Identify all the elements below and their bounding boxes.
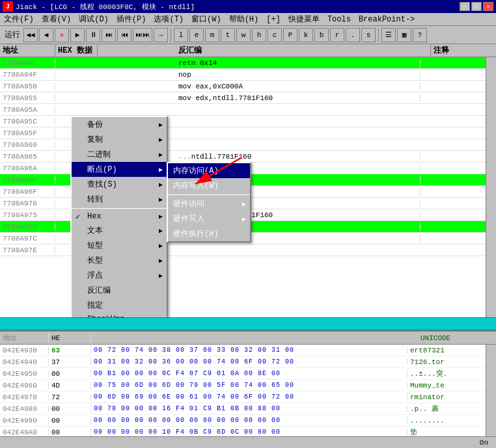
cell-disasm: mov eax,0xC000A bbox=[176, 83, 420, 90]
btn-step-out[interactable]: ⏭⏭ bbox=[133, 28, 152, 42]
cell-disasm: mov edx,ntdll.7781F160 bbox=[176, 94, 420, 102]
context-menu: 备份 复制 二进制 断点(P) 内存访问(A) 内存写入(W) 硬件访问 硬件写… bbox=[70, 116, 168, 317]
cell-address: 7780A975 bbox=[0, 211, 55, 219]
cell-address: 7780A96A bbox=[0, 165, 55, 172]
btn-grid[interactable]: ▦ bbox=[397, 28, 411, 42]
ctx-goto[interactable]: 转到 bbox=[72, 192, 167, 207]
btn-dot[interactable]: . bbox=[346, 28, 360, 42]
table-row[interactable]: 042E4940 37 00 31 00 32 00 36 00 00 00 7… bbox=[0, 356, 486, 368]
menu-debug[interactable]: 调试(D) bbox=[75, 12, 113, 26]
btn-e[interactable]: e bbox=[189, 28, 204, 42]
btn-help[interactable]: ? bbox=[413, 28, 427, 42]
menu-view[interactable]: 查看(V) bbox=[38, 12, 76, 26]
hex-cell-data: 00 72 00 74 00 38 00 37 00 33 00 32 00 3… bbox=[91, 347, 407, 354]
menu-help[interactable]: 帮助(H) bbox=[225, 12, 263, 26]
disasm-scrollbar[interactable] bbox=[486, 57, 496, 317]
btn-p[interactable]: P bbox=[283, 28, 297, 42]
cell-address: 7780A955 bbox=[0, 94, 55, 102]
ctx-breakpoint[interactable]: 断点(P) 内存访问(A) 内存写入(W) 硬件访问 硬件写入 硬件执行(H) bbox=[72, 162, 167, 177]
hex-cell-addr: 042E4940 bbox=[0, 358, 49, 366]
close-button[interactable]: ✕ bbox=[483, 2, 493, 11]
cell-disasm: ...ntdll.7781F160 bbox=[176, 153, 420, 161]
cell-address: 7780A95C bbox=[0, 118, 55, 125]
menu-options[interactable]: 选项(T) bbox=[150, 12, 187, 26]
btn-step-over[interactable]: ⏮ bbox=[117, 28, 131, 42]
btn-pause[interactable]: ⏸ bbox=[86, 28, 100, 42]
hex-cell-unicode: ..±...突. bbox=[407, 369, 486, 378]
ctx-float[interactable]: 浮点 bbox=[72, 268, 167, 283]
btn-r[interactable]: r bbox=[330, 28, 344, 42]
btn-arrow[interactable]: → bbox=[154, 28, 168, 42]
ctx-binary[interactable]: 二进制 bbox=[72, 147, 167, 162]
hex-cell-addr: 042E4930 bbox=[0, 347, 49, 354]
btn-k[interactable]: k bbox=[299, 28, 313, 42]
hex-cell-unicode: Mummy_te bbox=[407, 382, 486, 389]
status-on: On bbox=[480, 439, 488, 447]
hex-cell-hex: 00 bbox=[49, 428, 91, 436]
table-row[interactable]: 7780A955 mov edx,ntdll.7781F160 bbox=[0, 92, 486, 104]
btn-h[interactable]: h bbox=[252, 28, 266, 42]
cell-address: 7780A94C bbox=[0, 59, 55, 67]
ctx-backup[interactable]: 备份 bbox=[72, 117, 167, 132]
ctx-text[interactable]: 文本 bbox=[72, 223, 167, 238]
btn-list[interactable]: ☰ bbox=[381, 28, 396, 42]
cell-address: 7780A970 bbox=[0, 200, 55, 207]
ctx-find[interactable]: 查找(S) bbox=[72, 177, 167, 192]
sub-hw-exec[interactable]: 硬件执行(H) bbox=[168, 226, 250, 241]
minimize-button[interactable]: ─ bbox=[460, 2, 470, 11]
table-row[interactable]: 042E4950 00 00 B1 00 00 00 0C F4 07 C9 0… bbox=[0, 368, 486, 380]
menu-window[interactable]: 窗口(W) bbox=[187, 12, 225, 26]
menu-file[interactable]: 文件(F) bbox=[0, 12, 38, 26]
btn-play[interactable]: ▶ bbox=[70, 28, 85, 42]
hex-cell-data: 00 00 00 00 00 00 00 00 00 00 00 00 00 0… bbox=[91, 417, 407, 424]
table-row[interactable]: 042E4960 4D 00 75 00 6D 00 6D 00 79 00 5… bbox=[0, 380, 486, 391]
hex-rows: 042E4930 63 00 72 00 74 00 38 00 37 00 3… bbox=[0, 345, 486, 447]
maximize-button[interactable]: □ bbox=[471, 2, 482, 11]
sub-memory-write[interactable]: 内存写入(W) bbox=[168, 178, 250, 193]
hex-scrollbar[interactable] bbox=[486, 345, 496, 447]
btn-c[interactable]: c bbox=[268, 28, 282, 42]
ctx-disasm[interactable]: 反汇编 bbox=[72, 283, 167, 298]
btn-m[interactable]: m bbox=[205, 28, 219, 42]
btn-l[interactable]: l bbox=[174, 28, 188, 42]
menu-shortcuts[interactable]: 快捷菜单 bbox=[284, 12, 324, 26]
btn-w[interactable]: w bbox=[236, 28, 251, 42]
table-row[interactable]: 7780A94F nop bbox=[0, 69, 486, 81]
header-addr: 地址 bbox=[0, 45, 55, 56]
ctx-short[interactable]: 短型 bbox=[72, 238, 167, 253]
sub-memory-access[interactable]: 内存访问(A) bbox=[168, 163, 250, 178]
menu-tools[interactable]: Tools bbox=[324, 14, 355, 25]
menu-plugin[interactable]: 插件(P) bbox=[113, 12, 150, 26]
btn-back[interactable]: ◀ bbox=[39, 28, 53, 42]
hex-cell-unicode: 7126.tor bbox=[407, 358, 486, 366]
toolbar: 运行 ◀◀ ◀ ✕ ▶ ⏸ ⏭ ⏮ ⏭⏭ → l e m t w h c P k… bbox=[0, 26, 496, 44]
hex-cell-unicode: .p.. 裹 bbox=[407, 404, 486, 414]
table-row[interactable]: 7780A950 mov eax,0xC000A bbox=[0, 81, 486, 92]
ctx-copy[interactable]: 复制 bbox=[72, 132, 167, 147]
table-row[interactable]: 042E4930 63 00 72 00 74 00 38 00 37 00 3… bbox=[0, 345, 486, 356]
ctx-checkvmp[interactable]: CheckVmp bbox=[72, 313, 167, 317]
btn-s[interactable]: s bbox=[361, 28, 376, 42]
hex-cell-data: 00 6D 00 69 00 6E 00 61 00 74 00 6F 00 7… bbox=[91, 393, 407, 401]
menu-breakpoint[interactable]: BreakPoint-> bbox=[355, 14, 419, 25]
hex-cell-addr: 042E4950 bbox=[0, 370, 49, 378]
hex-cell-hex: 4D bbox=[49, 382, 91, 389]
sub-hw-write[interactable]: 硬件写入 bbox=[168, 211, 250, 226]
btn-rewind[interactable]: ◀◀ bbox=[23, 28, 38, 42]
menu-plus[interactable]: [+] bbox=[262, 14, 284, 25]
table-row[interactable]: 042E4980 00 00 70 00 00 00 16 F4 01 C9 B… bbox=[0, 403, 486, 415]
hex-panel: 地址 HE UNICODE 042E4930 63 00 72 00 74 00… bbox=[0, 330, 496, 447]
ctx-specify[interactable]: 指定 bbox=[72, 298, 167, 313]
ctx-hex[interactable]: Hex bbox=[72, 210, 167, 223]
table-row[interactable]: 042E4990 00 00 00 00 00 00 00 00 00 00 0… bbox=[0, 415, 486, 427]
btn-step-into[interactable]: ⏭ bbox=[102, 28, 116, 42]
table-row[interactable]: 042E4970 72 00 6D 00 69 00 6E 00 61 00 7… bbox=[0, 391, 486, 403]
btn-stop[interactable]: ✕ bbox=[55, 28, 69, 42]
btn-b[interactable]: b bbox=[314, 28, 329, 42]
table-row[interactable]: 7780A94C retn 0x14 bbox=[0, 57, 486, 69]
sub-hw-access[interactable]: 硬件访问 bbox=[168, 196, 250, 211]
ctx-long[interactable]: 长型 bbox=[72, 253, 167, 268]
table-row[interactable]: 7780A95A bbox=[0, 104, 486, 116]
hex-cell-unicode: 垫 bbox=[407, 427, 486, 437]
btn-t[interactable]: t bbox=[221, 28, 235, 42]
